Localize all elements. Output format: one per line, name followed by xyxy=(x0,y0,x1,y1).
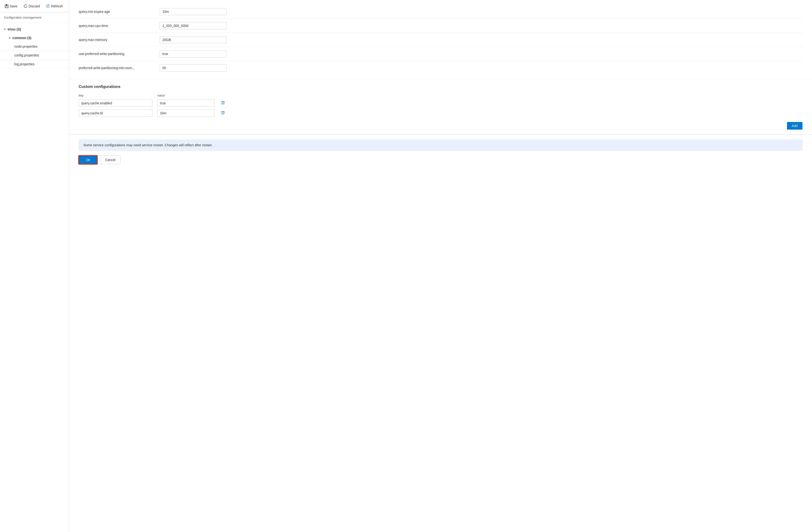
cancel-button[interactable]: Cancel xyxy=(100,156,121,164)
standard-configs-section: query.min-expire-agequery.max-cpu-timequ… xyxy=(69,0,812,80)
key-col-header: key xyxy=(79,94,153,97)
right-panel: query.min-expire-agequery.max-cpu-timequ… xyxy=(69,0,812,532)
discard-label: Discard xyxy=(29,4,40,8)
add-button[interactable]: Add xyxy=(787,122,802,130)
add-row: Add xyxy=(79,120,802,130)
custom-config-row xyxy=(79,109,802,117)
svg-rect-2 xyxy=(5,6,8,8)
save-label: Save xyxy=(10,4,17,8)
notice-box: Some service configurations may need ser… xyxy=(79,139,802,151)
svg-rect-3 xyxy=(221,102,224,102)
save-button[interactable]: Save xyxy=(4,4,18,9)
config-value-input[interactable] xyxy=(160,22,227,29)
config-key-label: use-preferred-write-partitioning xyxy=(79,52,160,56)
config-tree: ∨ trino (3) ∨ common (3) node.properties… xyxy=(0,23,69,532)
config-key-label: query.max-memory xyxy=(79,38,160,42)
value-col-header: value xyxy=(157,94,215,97)
node-properties-item[interactable]: node.properties xyxy=(0,42,69,51)
custom-config-row xyxy=(79,100,802,107)
action-buttons: Ok Cancel xyxy=(79,156,802,164)
trash-icon xyxy=(221,101,225,105)
config-value-input[interactable] xyxy=(160,8,227,15)
delete-custom-row-button[interactable] xyxy=(219,100,227,106)
common-subgroup-header[interactable]: ∨ common (3) xyxy=(0,34,69,42)
discard-button[interactable]: Discard xyxy=(23,4,41,9)
config-management-title: Configuration management xyxy=(0,12,69,23)
custom-col-headers: key value xyxy=(79,94,802,97)
config-value-input[interactable] xyxy=(160,64,227,72)
trino-group-label: trino (3) xyxy=(8,27,21,31)
bottom-section: Some service configurations may need ser… xyxy=(69,134,812,171)
trino-group: ∨ trino (3) ∨ common (3) node.properties… xyxy=(0,25,69,69)
custom-value-input[interactable] xyxy=(157,100,215,107)
trash-icon xyxy=(221,110,225,115)
custom-key-input[interactable] xyxy=(79,109,153,117)
common-chevron-icon: ∨ xyxy=(9,36,11,40)
trino-chevron-icon: ∨ xyxy=(4,28,6,31)
discard-icon xyxy=(24,4,27,8)
delete-custom-row-button[interactable] xyxy=(219,110,227,117)
config-row: query.min-expire-age xyxy=(79,5,802,19)
config-row: preferred-write-partitioning-min-num... xyxy=(79,61,802,75)
config-row: use-preferred-write-partitioning xyxy=(79,47,802,61)
save-icon xyxy=(5,4,9,8)
config-value-input[interactable] xyxy=(160,50,227,57)
common-subgroup-label: common (3) xyxy=(12,36,31,40)
left-panel: Save Discard Refresh Configuration manag… xyxy=(0,0,69,532)
svg-rect-1 xyxy=(6,4,8,6)
config-key-label: preferred-write-partitioning-min-num... xyxy=(79,66,160,70)
config-key-label: query.min-expire-age xyxy=(79,10,160,14)
ok-button[interactable]: Ok xyxy=(79,156,97,164)
custom-configs-section: Custom configurations key value Add xyxy=(69,80,812,134)
custom-key-input[interactable] xyxy=(79,100,153,107)
log-properties-item[interactable]: log.properties xyxy=(0,60,69,69)
refresh-label: Refresh xyxy=(51,4,63,8)
custom-value-input[interactable] xyxy=(157,109,215,117)
refresh-icon xyxy=(46,4,50,8)
toolbar: Save Discard Refresh xyxy=(0,0,69,12)
refresh-button[interactable]: Refresh xyxy=(45,4,64,9)
config-key-label: query.max-cpu-time xyxy=(79,24,160,28)
config-properties-item[interactable]: config.properties xyxy=(0,51,69,60)
config-row: query.max-cpu-time xyxy=(79,19,802,33)
svg-rect-6 xyxy=(221,112,224,112)
config-value-input[interactable] xyxy=(160,36,227,43)
config-row: query.max-memory xyxy=(79,33,802,47)
trino-group-header[interactable]: ∨ trino (3) xyxy=(0,25,69,34)
custom-configs-title: Custom configurations xyxy=(79,85,802,89)
